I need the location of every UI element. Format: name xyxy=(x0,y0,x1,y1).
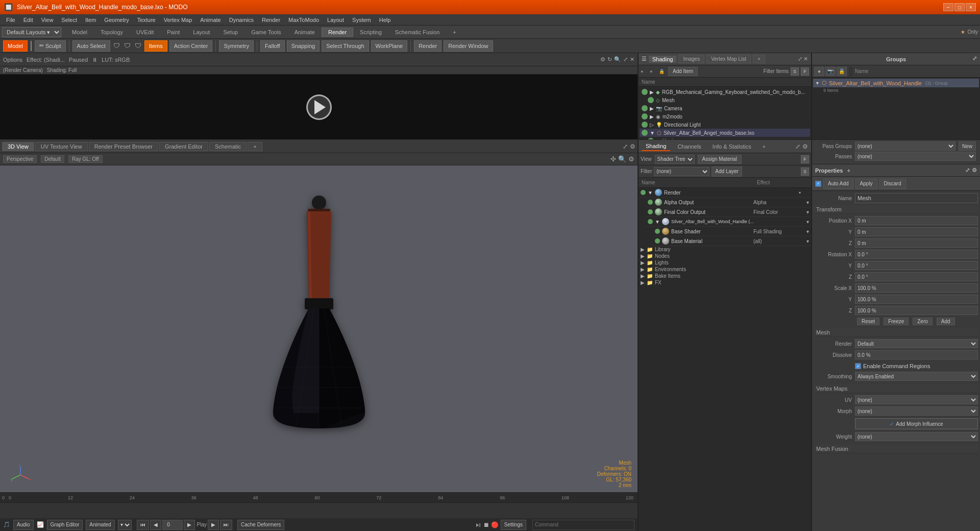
position-z-value[interactable]: 0 m xyxy=(855,238,978,248)
assign-material-btn[interactable]: Assign Material xyxy=(698,155,742,164)
layout-tab-scripting[interactable]: Scripting xyxy=(353,28,388,37)
menu-render[interactable]: Render xyxy=(258,16,284,24)
add-item-btn[interactable]: Add Item xyxy=(668,67,698,76)
props-expand-icon[interactable]: ⤢ xyxy=(965,167,970,174)
props-gear-icon[interactable]: ⚙ xyxy=(972,167,977,174)
cache-deformers-btn[interactable]: Cache Deformers xyxy=(237,520,284,530)
render-dropdown[interactable]: Default xyxy=(855,339,978,348)
menu-animate[interactable]: Animate xyxy=(196,16,225,24)
pass-groups-new-btn[interactable]: New xyxy=(959,141,976,151)
graph-editor-btn[interactable]: Graph Editor xyxy=(47,520,83,530)
layout-tab-paint[interactable]: Paint xyxy=(160,28,186,37)
maximize-btn[interactable]: □ xyxy=(954,3,965,11)
menu-layout[interactable]: Layout xyxy=(323,16,348,24)
items-filter-s[interactable]: S xyxy=(791,67,799,76)
groups-cam-btn[interactable]: 📷 xyxy=(825,67,836,76)
layout-tab-topology[interactable]: Topology xyxy=(94,28,130,37)
menu-vertex-map[interactable]: Vertex Map xyxy=(160,16,197,24)
position-x-value[interactable]: 0 m xyxy=(855,216,978,225)
shading-tab-info[interactable]: Info & Statistics xyxy=(708,142,755,151)
next-keyframe-btn[interactable]: ⏭ xyxy=(220,520,232,530)
view-orient-icon[interactable]: ✣ xyxy=(610,155,616,163)
select-through-btn[interactable]: Select Through xyxy=(322,40,369,52)
menu-geometry[interactable]: Geometry xyxy=(100,16,133,24)
prev-keyframe-btn[interactable]: ⏮ xyxy=(137,520,149,530)
model-mode-btn[interactable]: Model xyxy=(3,40,28,52)
menu-select[interactable]: Select xyxy=(57,16,81,24)
animated-btn[interactable]: Animated xyxy=(86,520,114,530)
folder-lights[interactable]: ▶ 📁 Lights xyxy=(639,259,811,266)
view3d-expand-icon[interactable]: ⤢ xyxy=(623,143,628,150)
render-window-btn[interactable]: Render Window xyxy=(444,40,493,52)
smoothing-dropdown[interactable]: Always Enabled xyxy=(855,372,978,381)
item-m2modo[interactable]: ▶ ◉ m2modo xyxy=(640,112,810,120)
settings-btn[interactable]: Settings xyxy=(501,520,526,530)
tab-render-preset-browser[interactable]: Render Preset Browser xyxy=(89,142,158,151)
dissolve-value[interactable]: 0.0 % xyxy=(855,350,978,359)
play-btn[interactable]: ▶ xyxy=(184,520,195,530)
enable-cmd-regions-checkbox[interactable]: ✓ xyxy=(855,363,861,369)
close-btn[interactable]: × xyxy=(966,3,976,11)
symmetry-btn[interactable]: Symmetry xyxy=(219,40,254,52)
item-rgb-keyboard[interactable]: ▶ ◆ RGB_Mechanical_Gaming_Keyboard_switc… xyxy=(640,88,810,96)
morph-dropdown[interactable]: (none) xyxy=(855,406,978,416)
default-layouts-dropdown[interactable]: Default Layouts ▾ xyxy=(2,27,61,37)
rotation-x-value[interactable]: 0.0 ° xyxy=(855,250,978,259)
audio-btn[interactable]: Audio xyxy=(13,520,34,530)
preview-zoom-icon[interactable]: 🔍 xyxy=(614,56,621,63)
group-silver-bell[interactable]: ▼ ⬡ Silver_Altar_Bell_with_Wood_Handle (… xyxy=(813,79,979,87)
tab-gradient-editor[interactable]: Gradient Editor xyxy=(159,142,208,151)
perspective-btn[interactable]: Perspective xyxy=(3,155,37,163)
shader-tree-dropdown[interactable]: Shader Tree xyxy=(655,155,695,164)
command-input[interactable] xyxy=(532,520,634,530)
shading-tab-channels[interactable]: Channels xyxy=(673,142,705,151)
tab-add-items-panel[interactable]: + xyxy=(753,55,765,63)
preview-close-icon[interactable]: ✕ xyxy=(630,56,634,63)
scale-x-value[interactable]: 100.0 % xyxy=(855,283,978,293)
layout-tab-schematic[interactable]: Schematic Fusion xyxy=(388,28,446,37)
shader-render-row[interactable]: ▼ Render ▾ xyxy=(639,188,811,198)
shading-f-icon[interactable]: F xyxy=(801,155,809,163)
items-btn[interactable]: Items xyxy=(144,40,167,52)
layout-tab-add[interactable]: + xyxy=(446,28,462,37)
item-silver-bell-group[interactable]: ▼ ⬡ Silver_Altar_Bell_Angel_modo_base.lx… xyxy=(640,129,810,137)
zero-btn[interactable]: Zero xyxy=(913,318,933,325)
rotation-z-value[interactable]: 0.0 ° xyxy=(855,272,978,281)
uv-dropdown[interactable]: (none) xyxy=(855,395,978,404)
layout-tab-layout[interactable]: Layout xyxy=(186,28,216,37)
filter-none-dropdown[interactable]: (none) xyxy=(654,167,709,176)
scale-y-value[interactable]: 100.0 % xyxy=(855,295,978,304)
shading-expand-icon[interactable]: ⤢ xyxy=(795,143,800,150)
render-btn[interactable]: Render xyxy=(414,40,442,52)
shading-s-icon[interactable]: S xyxy=(801,167,809,176)
workplane-btn[interactable]: WorkPlane xyxy=(371,40,408,52)
view-gear-icon[interactable]: ⚙ xyxy=(628,155,634,163)
auto-add-btn[interactable]: Auto Add xyxy=(823,179,853,189)
shader-silver-group-row[interactable]: ▼ Silver_Altar_Bell_with_Wood_Handle (..… xyxy=(646,217,811,227)
camera-view-btn[interactable]: Default xyxy=(41,155,64,163)
apply-btn[interactable]: Apply xyxy=(855,179,877,189)
pass-groups-dropdown[interactable]: (none) xyxy=(855,141,955,151)
minimize-btn[interactable]: − xyxy=(943,3,953,11)
preview-refresh-icon[interactable]: ↻ xyxy=(607,56,612,63)
view-zoom-icon[interactable]: 🔍 xyxy=(618,155,626,163)
layout-tab-game-tools[interactable]: Game Tools xyxy=(244,28,288,37)
menu-file[interactable]: File xyxy=(2,16,19,24)
scale-z-value[interactable]: 100.0 % xyxy=(855,306,978,315)
items-filter-f[interactable]: F xyxy=(801,67,809,76)
step-back-btn[interactable]: ◀ xyxy=(150,520,161,530)
layout-tab-uvedit[interactable]: UVEdit xyxy=(130,28,160,37)
layout-tab-model[interactable]: Model xyxy=(65,28,94,37)
menu-view[interactable]: View xyxy=(37,16,58,24)
item-mesh-bell[interactable]: ◆ Mesh xyxy=(646,137,810,139)
tab-vertex-map-list[interactable]: Vertex Map List xyxy=(706,55,751,63)
shading-tab-add[interactable]: + xyxy=(758,142,770,151)
action-center-btn[interactable]: Action Center xyxy=(169,40,213,52)
shading-tab-shading[interactable]: Shading xyxy=(642,142,670,151)
folder-bake-items[interactable]: ▶ 📁 Bake Items xyxy=(639,273,811,279)
timeline-track[interactable] xyxy=(0,503,638,518)
menu-texture[interactable]: Texture xyxy=(133,16,160,24)
sculpt-mode-btn[interactable]: ✏ Sculpt xyxy=(35,40,66,52)
animated-dropdown[interactable]: ▾ xyxy=(118,520,132,530)
props-plus-icon[interactable]: + xyxy=(847,167,850,174)
